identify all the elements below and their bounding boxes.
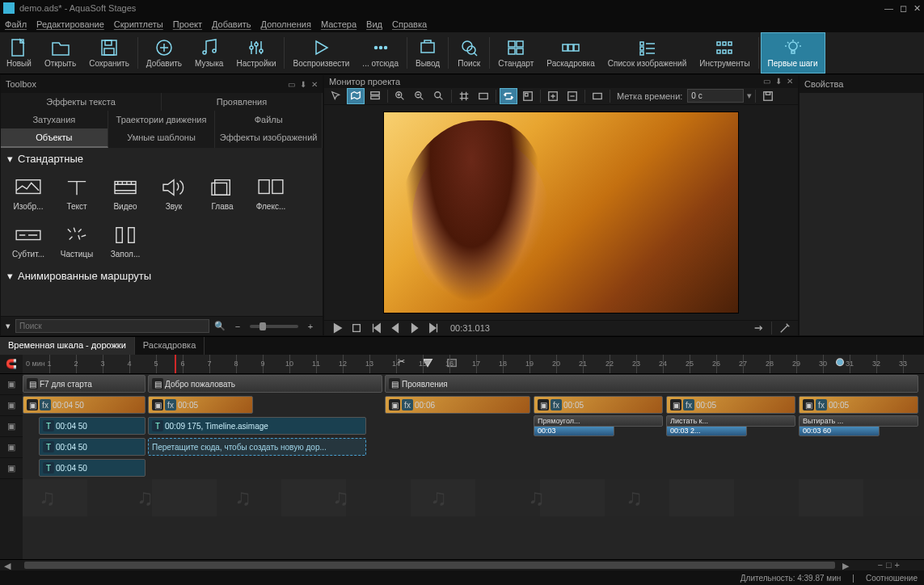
menu-дополнения[interactable]: Дополнения xyxy=(261,19,311,29)
timestamp-input[interactable] xyxy=(687,89,744,103)
chevron-down-icon[interactable]: ▾ xyxy=(747,90,752,101)
zoom-slider[interactable] xyxy=(250,325,298,328)
timeline-clip[interactable]: ▣fx00:04 50 xyxy=(23,396,146,414)
thumbnail-button[interactable] xyxy=(519,88,537,104)
play-button[interactable] xyxy=(329,321,345,335)
toolbar-save-button[interactable]: Сохранить xyxy=(82,32,136,74)
object-video[interactable]: Видео xyxy=(104,176,146,211)
zoom-out-button[interactable] xyxy=(411,88,428,104)
ruler-magnet-icon[interactable]: 🧲 xyxy=(0,355,23,373)
menu-скриптлеты[interactable]: Скриптлеты xyxy=(114,19,163,29)
toolbar-music-button[interactable]: Музыка xyxy=(188,32,230,74)
remove-button[interactable] xyxy=(563,88,581,104)
zoom-out-button[interactable]: − xyxy=(877,560,882,570)
tab-затухания[interactable]: Затухания xyxy=(1,111,108,128)
toolbar-settings-button[interactable]: Настройки xyxy=(230,32,282,74)
zoom-out-button[interactable]: − xyxy=(230,319,245,334)
repeat-button[interactable] xyxy=(500,88,517,104)
playhead[interactable] xyxy=(175,355,176,373)
zoom-fit-button[interactable]: □ xyxy=(886,560,892,570)
ratio-button[interactable] xyxy=(589,88,606,104)
toolbar-play-button[interactable]: Воспроизвести xyxy=(286,32,356,74)
search-icon[interactable]: 🔍 xyxy=(214,321,226,331)
timeline-clip[interactable]: Перетащите сюда, чтобы создать новую дор… xyxy=(148,438,366,456)
timeline-clip[interactable]: 00:03 xyxy=(534,425,614,436)
panel-float-button[interactable]: ▭ xyxy=(763,77,770,86)
toolbar-list-button[interactable]: Список изображений xyxy=(601,32,693,74)
zoom-in-button[interactable] xyxy=(391,88,409,104)
toolbar-new-button[interactable]: Новый xyxy=(0,32,38,74)
timeline-clip[interactable]: Листать к... xyxy=(666,415,795,427)
close-button[interactable]: ✕ xyxy=(913,3,921,14)
zoom-fit-button[interactable] xyxy=(430,88,448,104)
scroll-right-button[interactable]: ▶ xyxy=(840,560,851,571)
add-button[interactable] xyxy=(544,88,562,104)
tab-эффекты-изображений[interactable]: Эффекты изображений xyxy=(215,128,323,148)
zoom-in-button[interactable]: + xyxy=(303,319,318,334)
panel-float-button[interactable]: ▭ xyxy=(288,80,295,89)
timeline-clip[interactable]: T00:04 50 xyxy=(39,459,146,477)
timeline-clip[interactable]: ▣fx00:05 xyxy=(148,396,253,414)
toolbar-dots-button[interactable]: ... отсюда xyxy=(356,32,405,74)
toolbar-add-button[interactable]: Добавить xyxy=(140,32,188,74)
tab-эффекты-текста[interactable]: Эффекты текста xyxy=(1,93,162,111)
chapter-clip[interactable]: ▤Проявления xyxy=(385,375,918,393)
timeline-tab-0[interactable]: Временная шкала - дорожки xyxy=(0,337,135,355)
minimize-button[interactable]: — xyxy=(884,3,893,14)
timeline-clip[interactable]: T00:04 50 xyxy=(39,438,146,456)
zoom-in-button[interactable]: + xyxy=(895,560,900,570)
toolbar-bulb-button[interactable]: Первые шаги xyxy=(761,32,825,74)
menu-вид[interactable]: Вид xyxy=(366,19,382,29)
object-subtitle[interactable]: Субтит... xyxy=(7,224,49,259)
section-standard[interactable]: ▾ Стандартные xyxy=(1,148,323,170)
object-text[interactable]: Текст xyxy=(56,176,98,211)
audio-track[interactable]: ♫ ♫ ♫ ♫ ♫ ♫ ♫ xyxy=(23,479,924,516)
first-button[interactable] xyxy=(368,321,384,335)
menu-мастера[interactable]: Мастера xyxy=(321,19,357,29)
preview-canvas[interactable] xyxy=(383,112,739,314)
tab-файлы[interactable]: Файлы xyxy=(215,111,323,128)
timeline-clip[interactable]: 00:03 2... xyxy=(666,425,747,436)
toolbar-export-button[interactable]: Вывод xyxy=(409,32,446,74)
wand-button[interactable] xyxy=(777,321,793,335)
toolbar-story-button[interactable]: Раскадровка xyxy=(540,32,601,74)
object-particles[interactable]: Частицы xyxy=(56,224,98,259)
save-button[interactable] xyxy=(759,88,777,104)
panel-pin-button[interactable]: ⬇ xyxy=(775,77,782,86)
object-sound[interactable]: Звук xyxy=(153,176,195,211)
maximize-button[interactable]: ◻ xyxy=(900,3,907,14)
menu-добавить[interactable]: Добавить xyxy=(212,19,251,29)
safe-area-button[interactable] xyxy=(475,88,492,104)
timeline-clip[interactable]: Вытирать ... xyxy=(799,415,918,427)
chapter-clip[interactable]: ▤Добро пожаловать xyxy=(148,375,382,393)
toolbar-tools-button[interactable]: Инструменты xyxy=(693,32,756,74)
tab-умные-шаблоны[interactable]: Умные шаблоны xyxy=(108,128,216,148)
object-image[interactable]: Изобр... xyxy=(7,176,49,211)
jump-button[interactable] xyxy=(750,321,766,335)
timeline-scrollbar[interactable]: ◀ ▶ − □ + xyxy=(0,559,924,570)
timeline-clip[interactable]: T00:04 50 xyxy=(39,417,146,435)
timeline-clip[interactable]: ▣fx00:05 xyxy=(799,396,918,414)
object-chapter[interactable]: Глава xyxy=(201,176,243,211)
timeline-tab-1[interactable]: Раскадровка xyxy=(135,337,205,355)
track-header-4[interactable]: ▣ xyxy=(0,437,23,458)
timeline-clip[interactable]: ▣fx00:05 xyxy=(534,396,663,414)
timeline-clip[interactable]: ▣fx00:06 xyxy=(385,396,530,414)
menu-редактирование[interactable]: Редактирование xyxy=(36,19,104,29)
toolbar-std-button[interactable]: Стандарт xyxy=(492,32,540,74)
timeline-clip[interactable]: ▣fx00:05 xyxy=(666,396,795,414)
timeline-clip[interactable]: Прямоугол... xyxy=(534,415,663,427)
stop-button[interactable] xyxy=(348,321,365,335)
menu-проект[interactable]: Проект xyxy=(173,19,202,29)
scissors-icon[interactable]: ✂ xyxy=(398,356,405,367)
layout-tool[interactable] xyxy=(366,88,384,104)
menu-файл[interactable]: Файл xyxy=(5,19,27,29)
last-button[interactable] xyxy=(426,321,442,335)
select-tool[interactable] xyxy=(327,88,345,104)
object-placeholder[interactable]: Запол... xyxy=(104,224,146,259)
track-header-1[interactable]: ▣ xyxy=(0,374,23,395)
track-header-2[interactable]: ▣ xyxy=(0,395,23,416)
timeline-ruler[interactable]: 🧲 ✂ 0 мин1234567891011121314151617181920… xyxy=(0,355,924,374)
chapter-clip[interactable]: ▤F7 для старта xyxy=(23,375,146,393)
tab-проявления[interactable]: Проявления xyxy=(162,93,323,111)
